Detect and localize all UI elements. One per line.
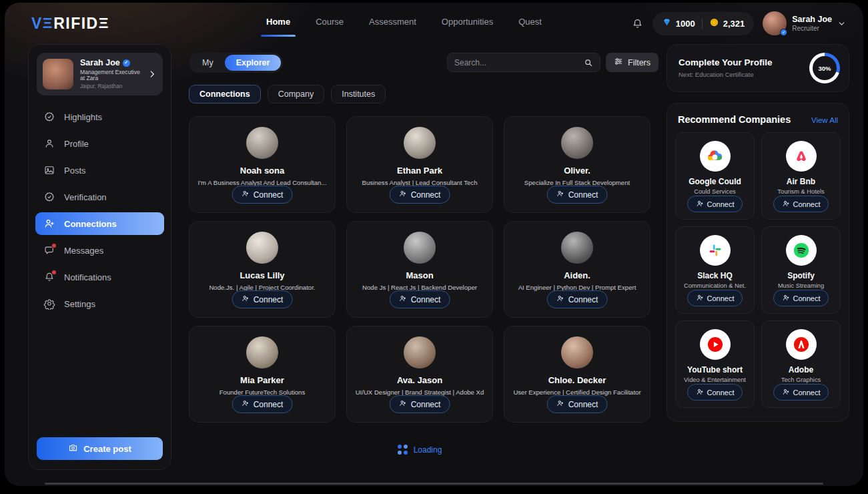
company-card-youtube-short[interactable]: YouTube shortVideo & EntertainmentConnec… [675, 320, 755, 408]
company-category: Tech Graphics [762, 377, 840, 383]
company-card-google-could[interactable]: Google CouldCould ServicesConnect [675, 132, 755, 220]
connect-button[interactable]: Connect [547, 395, 608, 413]
app-window: VΞRIFIDΞ HomeCourseAssessmentOpportuniti… [5, 3, 863, 486]
chevron-right-icon [147, 69, 157, 79]
notification-bell-icon[interactable] [631, 17, 644, 30]
connect-label: Connect [568, 190, 598, 200]
toggle-explorer[interactable]: Explorer [225, 55, 282, 71]
user-meta: Sarah Joe Recruiter [792, 15, 832, 33]
person-name: Chloe. Decker [504, 375, 650, 385]
person-card-ava-jason[interactable]: Ava. JasonUI/UX Designer | Brand Strateg… [346, 326, 493, 423]
chevron-down-icon[interactable] [837, 19, 846, 28]
person-card-oliver[interactable]: Oliver.Specialize In Full Stack Developm… [504, 116, 650, 213]
search-bar [447, 53, 600, 72]
my-explorer-toggle: My Explorer [189, 53, 283, 73]
connect-button[interactable]: Connect [687, 384, 743, 401]
filters-button[interactable]: Filters [606, 53, 659, 72]
company-card-slack-hq[interactable]: Slack HQCommunication & Net.Connect [675, 226, 755, 314]
person-name: Mia Parker [189, 375, 335, 385]
user-plus-icon [782, 294, 790, 303]
header-right: 1000 2,321 ✓ Sarah Joe Recruiter [631, 11, 846, 35]
nav-quest[interactable]: Quest [518, 3, 542, 41]
view-all-link[interactable]: View All [811, 116, 838, 124]
connect-button[interactable]: Connect [390, 186, 450, 204]
nav-course[interactable]: Course [316, 3, 344, 41]
sidebar-item-connections[interactable]: Connections [35, 212, 164, 235]
sidebar-item-label: Posts [64, 166, 86, 176]
connect-button[interactable]: Connect [547, 290, 608, 308]
person-avatar [404, 232, 436, 264]
nav-assessment[interactable]: Assessment [369, 3, 416, 41]
person-card-chloe-decker[interactable]: Chloe. DeckerUser Experience | Certified… [504, 326, 650, 423]
search-icon[interactable] [584, 58, 593, 67]
connect-button[interactable]: Connect [773, 290, 829, 306]
connect-button[interactable]: Connect [390, 395, 450, 413]
loading-label: Loading [414, 445, 442, 455]
sidebar-item-settings[interactable]: Settings [35, 290, 164, 317]
person-avatar [561, 232, 593, 264]
connect-button[interactable]: Connect [547, 186, 608, 204]
connect-label: Connect [793, 389, 821, 397]
create-post-label: Create post [83, 444, 131, 454]
sidebar-item-verification[interactable]: Verification [35, 184, 164, 210]
sidebar-item-notifications[interactable]: Notifications [35, 264, 164, 290]
company-name: Slack HQ [676, 271, 754, 280]
connect-label: Connect [411, 295, 441, 304]
sidebar-item-messages[interactable]: Messages [35, 237, 164, 264]
spotify-logo-icon [786, 235, 817, 266]
company-card-spotify[interactable]: SpotifyMusic StreamingConnect [761, 226, 841, 314]
connect-button[interactable]: Connect [687, 196, 743, 212]
person-card-mason[interactable]: MasonNode Js | React Js | Backend Develo… [346, 221, 493, 318]
tab-institutes[interactable]: Institutes [331, 85, 386, 103]
sidebar-item-label: Settings [64, 299, 95, 309]
person-card-mia-parker[interactable]: Mia ParkerFounder FutureTech SolutionsCo… [189, 326, 336, 423]
connect-button[interactable]: Connect [687, 290, 743, 306]
person-card-ethan-park[interactable]: Ethan ParkBusiness Analyst | Lead Consul… [346, 116, 493, 213]
company-card-adobe[interactable]: AdobeTech GraphicsConnect [761, 320, 841, 408]
user-icon [43, 138, 55, 150]
user-menu[interactable]: ✓ Sarah Joe Recruiter [763, 11, 846, 35]
nav-opportunities[interactable]: Opportunities [442, 3, 493, 41]
person-card-lucas-lilly[interactable]: Lucas LillyNode.Js. | Agile | Project Co… [189, 221, 336, 318]
sidebar-item-profile[interactable]: Profile [35, 130, 164, 157]
coin-icon [709, 17, 719, 30]
sidebar-profile-card[interactable]: Sarah Joe✓ Management Executive at Zara … [37, 53, 163, 95]
company-category: Communication & Net. [676, 282, 754, 289]
screen-bezel [45, 483, 823, 485]
connect-button[interactable]: Connect [232, 395, 293, 413]
sidebar-item-posts[interactable]: Posts [35, 157, 164, 184]
verified-icon: ✓ [123, 59, 130, 67]
nav-home[interactable]: Home [266, 3, 290, 41]
connect-button[interactable]: Connect [773, 196, 829, 212]
connect-label: Connect [411, 400, 441, 409]
connect-label: Connect [793, 200, 821, 208]
person-card-noah-sona[interactable]: Noah sonaI'm A Business Analyst And Lead… [189, 116, 336, 213]
user-name: Sarah Joe [792, 15, 832, 25]
sidebar-item-label: Profile [64, 139, 89, 149]
user-plus-icon [399, 294, 407, 304]
rosette-icon [43, 111, 55, 123]
connect-button[interactable]: Connect [390, 290, 450, 308]
connect-button[interactable]: Connect [232, 186, 293, 204]
create-post-button[interactable]: Create post [37, 437, 163, 460]
person-card-aiden[interactable]: Aiden.AI Engineer | Python Dev | Prompt … [504, 221, 650, 318]
user-plus-icon [242, 190, 250, 200]
tab-company[interactable]: Company [268, 85, 325, 103]
person-name: Noah sona [189, 166, 335, 176]
company-card-air-bnb[interactable]: Air BnbTourism & HotelsConnect [761, 132, 841, 220]
person-name: Ethan Park [347, 166, 492, 176]
connect-button[interactable]: Connect [232, 290, 293, 308]
company-name: Adobe [762, 365, 840, 375]
connect-button[interactable]: Connect [773, 384, 829, 401]
tab-connections[interactable]: Connections [189, 85, 261, 103]
user-plus-icon [399, 399, 407, 409]
loading-dots-icon [398, 445, 408, 455]
user-plus-icon [696, 200, 704, 209]
user-plus-icon [399, 190, 407, 200]
currency-pill[interactable]: 1000 2,321 [653, 12, 754, 35]
toggle-my[interactable]: My [191, 55, 225, 71]
search-input[interactable] [454, 58, 578, 67]
sidebar-item-highlights[interactable]: Highlights [35, 103, 164, 130]
camera-icon [68, 443, 78, 455]
user-plus-icon [782, 200, 790, 209]
